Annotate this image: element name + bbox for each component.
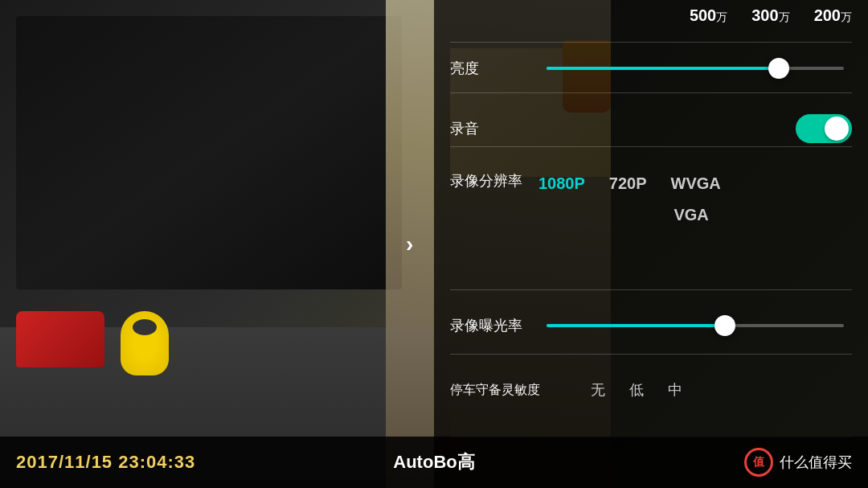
res-200-option[interactable]: 200万: [814, 6, 852, 25]
zhsm-logo[interactable]: 值 什么值得买: [744, 448, 852, 477]
zhsm-circle-icon: 值: [744, 448, 773, 477]
parking-row: 停车守备灵敏度 无 低 中: [434, 366, 868, 414]
slider-thumb[interactable]: [768, 58, 789, 79]
divider-4: [450, 289, 852, 290]
divider-1: [450, 42, 852, 43]
expand-button[interactable]: ›: [406, 232, 413, 257]
sensitivity-options: 无 低 中: [591, 380, 682, 400]
red-car: [16, 311, 104, 367]
brand-logo: AutoBo高: [393, 450, 474, 474]
res-option-wvga[interactable]: WVGA: [671, 171, 721, 196]
exposure-label: 录像曝光率: [450, 316, 538, 335]
recording-toggle[interactable]: [796, 114, 852, 143]
zhsm-text: 什么值得买: [780, 453, 852, 472]
resolution-top-row: 500万 300万 200万: [690, 6, 852, 25]
timestamp: 2017/11/15 23:04:33: [16, 452, 195, 473]
sens-option-low[interactable]: 低: [629, 380, 644, 400]
exposure-slider[interactable]: [547, 323, 844, 328]
res-option-1080p[interactable]: 1080P: [538, 171, 585, 196]
brightness-row: 亮度: [434, 44, 868, 92]
minion-figure: [121, 311, 169, 375]
recording-row: 录音: [434, 105, 868, 153]
slider-fill: [547, 67, 779, 70]
res-option-vga[interactable]: VGA: [571, 203, 812, 228]
toggle-knob: [825, 117, 849, 141]
brightness-label: 亮度: [450, 59, 538, 78]
divider-5: [450, 354, 852, 355]
settings-panel: 500万 300万 200万 亮度 录音 录像分辨率 1080P 7: [434, 0, 868, 488]
res-300-option[interactable]: 300万: [751, 6, 789, 25]
res-option-720p[interactable]: 720P: [609, 171, 647, 196]
brightness-slider[interactable]: [547, 66, 844, 71]
recording-label: 录音: [450, 119, 538, 138]
bottom-bar: 2017/11/15 23:04:33 AutoBo高 值 什么值得买: [0, 437, 868, 488]
slider-thumb-exp[interactable]: [714, 315, 735, 336]
videores-options: 1080P 720P WVGA VGA: [538, 171, 812, 228]
videores-row: 录像分辨率 1080P 720P WVGA VGA: [434, 157, 868, 245]
parking-label: 停车守备灵敏度: [450, 382, 583, 399]
divider-2: [450, 92, 852, 93]
videores-label: 录像分辨率: [450, 171, 538, 191]
sens-option-mid[interactable]: 中: [668, 380, 682, 400]
slider-fill-exp: [547, 324, 725, 327]
res-500-option[interactable]: 500万: [690, 6, 727, 25]
dark-box: [16, 16, 402, 289]
exposure-row: 录像曝光率: [434, 301, 868, 350]
sens-option-none[interactable]: 无: [591, 380, 605, 400]
